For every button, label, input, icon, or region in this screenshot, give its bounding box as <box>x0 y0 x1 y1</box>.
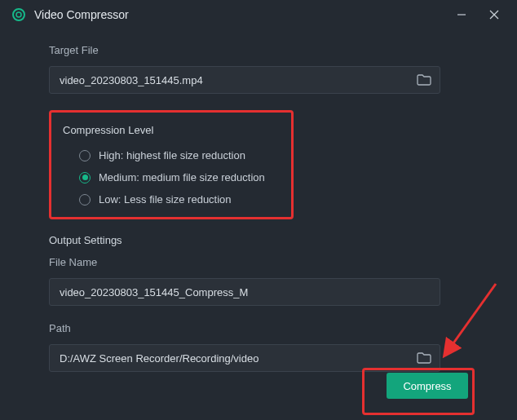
close-button[interactable] <box>478 0 510 29</box>
radio-low[interactable]: Low: Less file size reduction <box>79 193 280 206</box>
compression-level-label: Compression Level <box>63 124 280 136</box>
app-logo-icon <box>11 7 26 22</box>
svg-point-0 <box>13 9 24 20</box>
browse-path-icon[interactable] <box>415 349 433 367</box>
filename-row <box>49 278 440 306</box>
window-title: Video Compressor <box>34 8 129 21</box>
target-file-input[interactable] <box>60 74 415 86</box>
path-row <box>49 344 440 372</box>
dialog-body: Target File Compression Level High: high… <box>0 29 517 372</box>
radio-icon <box>79 150 91 161</box>
compression-radio-group: High: highest file size reduction Medium… <box>63 149 280 206</box>
compress-button[interactable]: Compress <box>387 373 468 399</box>
radio-icon <box>79 172 91 183</box>
minimize-button[interactable] <box>445 0 478 29</box>
filename-input[interactable] <box>60 286 433 298</box>
radio-dot-icon <box>82 175 88 180</box>
window-controls <box>445 0 510 29</box>
compression-highlight-annotation: Compression Level High: highest file siz… <box>49 110 294 219</box>
path-input[interactable] <box>60 352 415 365</box>
browse-target-icon[interactable] <box>415 71 433 89</box>
filename-label: File Name <box>49 256 468 268</box>
radio-medium[interactable]: Medium: medium file size reduction <box>79 171 280 183</box>
radio-low-label: Low: Less file size reduction <box>99 193 232 206</box>
titlebar: Video Compressor <box>0 0 517 29</box>
target-file-row <box>49 66 440 94</box>
path-label: Path <box>49 322 468 334</box>
radio-high[interactable]: High: highest file size reduction <box>79 149 280 161</box>
radio-icon <box>79 194 91 206</box>
video-compressor-window: Video Compressor Target File Compression… <box>0 0 517 420</box>
radio-medium-label: Medium: medium file size reduction <box>99 171 265 183</box>
target-file-label: Target File <box>49 44 468 56</box>
output-settings-label: Output Settings <box>49 234 468 246</box>
radio-high-label: High: highest file size reduction <box>99 149 245 161</box>
svg-point-1 <box>16 12 21 17</box>
